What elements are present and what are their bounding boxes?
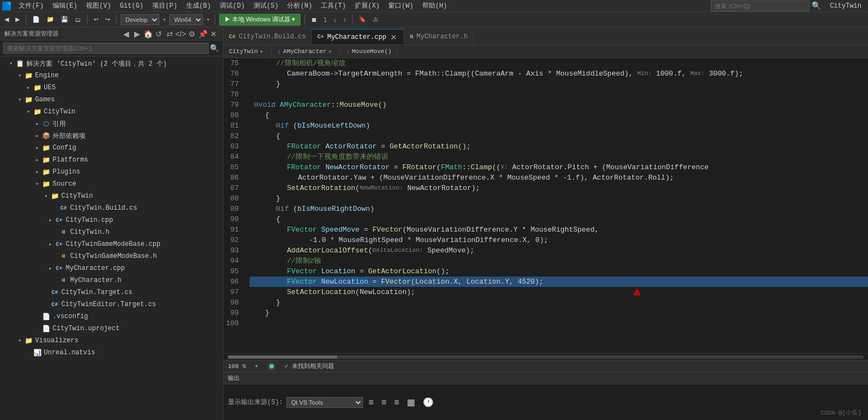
sidebar-sync[interactable]: ⇄	[165, 29, 175, 39]
menu-project[interactable]: 项目(P)	[148, 0, 182, 12]
gamemode-cpp-arrow[interactable]: ▸	[46, 241, 55, 248]
menu-test[interactable]: 测试(S)	[249, 0, 283, 12]
output-btn2[interactable]: ≡	[379, 396, 388, 409]
code-line-82[interactable]: {	[250, 131, 868, 141]
code-line-90[interactable]: {	[250, 214, 868, 225]
config-arrow[interactable]: ▸	[33, 145, 42, 151]
code-line-75[interactable]: //限制相机/视角缩放	[250, 58, 868, 68]
source-arrow[interactable]: ▾	[33, 181, 42, 187]
ue5-arrow[interactable]: ▸	[24, 84, 33, 91]
tree-citytwin-proj[interactable]: ▾ 📁 CityTwin	[0, 106, 223, 118]
menu-build[interactable]: 生成(B)	[182, 0, 216, 12]
sidebar-close[interactable]: ✕	[209, 29, 219, 39]
tree-gamemode-cpp[interactable]: ▸ C+ CityTwinGameModeBase.cpp	[0, 238, 223, 250]
code-line-95[interactable]: FVector Location = GetActorLocation();	[250, 266, 868, 277]
context-method[interactable]: ↓ MouseMove()	[341, 45, 398, 58]
tree-vsconfig[interactable]: ▸ 📄 .vsconfig	[0, 310, 223, 323]
menu-ext[interactable]: 扩展(X)	[350, 0, 384, 12]
tree-citytwin-h[interactable]: ▸ H CityTwin.h	[0, 226, 223, 238]
redo-btn[interactable]: ↪	[103, 14, 112, 26]
citytwin-src-arrow[interactable]: ▾	[42, 193, 50, 199]
mychar-cpp-tab-close[interactable]: ✕	[389, 33, 398, 42]
tree-citytwin-cpp[interactable]: ▸ C+ CityTwin.cpp	[0, 214, 223, 226]
code-line-93[interactable]: AddActorLocalOffset(DeltaLocation: Speed…	[250, 245, 868, 256]
tree-mychar-h[interactable]: ▸ H MyCharacter.h	[0, 274, 223, 286]
sidebar-nav-forward[interactable]: ▶	[132, 29, 142, 39]
global-search-input[interactable]	[711, 1, 809, 11]
tree-ue5[interactable]: ▸ 📁 UE5	[0, 82, 223, 94]
citytwin-proj-arrow[interactable]: ▾	[24, 108, 33, 115]
citytwin-cpp-arrow[interactable]: ▸	[46, 217, 55, 223]
menu-analyze[interactable]: 分析(N)	[283, 0, 317, 12]
sidebar-search-input[interactable]	[3, 43, 209, 54]
menu-debug[interactable]: 调试(D)	[215, 0, 249, 12]
code-line-88[interactable]: }	[250, 193, 868, 204]
tab-mychar-h[interactable]: H MyCharacter.h	[404, 29, 474, 44]
code-line-98[interactable]: }	[250, 297, 868, 308]
platforms-arrow[interactable]: ▸	[33, 157, 42, 163]
output-btn3[interactable]: ≡	[392, 396, 401, 409]
output-btn4[interactable]: ▦	[405, 396, 417, 409]
step-into-btn[interactable]: ↓	[331, 14, 339, 26]
tree-games[interactable]: ▾ 📁 Games	[0, 94, 223, 106]
open-btn[interactable]: 📁	[44, 14, 56, 26]
sidebar-settings[interactable]: ⚙	[187, 29, 197, 39]
menu-help[interactable]: 帮助(H)	[418, 0, 452, 12]
solution-root[interactable]: ▾ 📋 解决方案 'CityTwin' (2 个项目，共 2 个)	[0, 57, 223, 70]
sidebar-nav-back[interactable]: ◀	[121, 29, 131, 39]
tree-ref[interactable]: ▸ ⬡ 引用	[0, 118, 223, 130]
code-line-91[interactable]: FVector SpeedMove = FVector(MouseVariati…	[250, 225, 868, 235]
code-editor[interactable]: 7576777879808182838485868788899091929394…	[223, 58, 868, 353]
engine-arrow[interactable]: ▾	[15, 72, 24, 79]
save-all-btn[interactable]: 🗂	[73, 14, 83, 26]
code-line-100[interactable]	[250, 318, 868, 329]
tree-plugins[interactable]: ▸ 📁 Plugins	[0, 166, 223, 178]
forward-btn[interactable]: ▶	[13, 14, 22, 26]
stop-btn[interactable]: ⏹	[309, 14, 319, 26]
code-line-81[interactable]: ⊟if (bIsMouseLeftDown)	[250, 120, 868, 131]
extdep-arrow[interactable]: ▸	[33, 133, 42, 139]
tree-engine[interactable]: ▾ 📁 Engine	[0, 70, 223, 82]
tree-uproject[interactable]: ▸ 📄 CityTwin.uproject	[0, 323, 223, 335]
code-line-92[interactable]: -1.0 * MouseRightSpeed * MouseVariationD…	[250, 235, 868, 245]
next-err-btn[interactable]: ⚠	[371, 14, 381, 26]
run-btn[interactable]: ▶ 本地 Windows 调试器 ▾	[219, 14, 301, 26]
new-file-btn[interactable]: 📄	[30, 14, 42, 26]
code-line-84[interactable]: //限制一下视角度数带来的错误	[250, 152, 868, 162]
tree-build-cs[interactable]: ▸ C# CityTwin.Build.cs	[0, 202, 223, 214]
code-line-97[interactable]: SetActorLocation(NewLocation);	[250, 287, 868, 297]
code-line-83[interactable]: FRotator ActorRotator = GetActorRotation…	[250, 141, 868, 152]
tree-config[interactable]: ▸ 📁 Config	[0, 142, 223, 154]
code-line-96[interactable]: FVector NewLocation = FVector(Location.X…	[250, 277, 868, 287]
menu-window[interactable]: 窗口(W)	[384, 0, 418, 12]
sidebar-refresh[interactable]: ↺	[154, 29, 164, 39]
menu-git[interactable]: Git(G)	[116, 0, 148, 12]
ref-arrow[interactable]: ▸	[33, 120, 42, 127]
sidebar-code-view[interactable]: </>	[176, 29, 186, 39]
sidebar-home[interactable]: 🏠	[143, 29, 153, 39]
output-source-select[interactable]: Qt VS Tools	[286, 397, 363, 408]
menu-view[interactable]: 视图(V)	[82, 0, 116, 12]
context-project[interactable]: CityTwin ▸	[223, 45, 272, 58]
games-arrow[interactable]: ▾	[15, 96, 24, 103]
tree-source[interactable]: ▾ 📁 Source	[0, 178, 223, 190]
code-content[interactable]: //限制相机/视角缩放CameraBoom->TargetArmLength =…	[250, 58, 868, 353]
sidebar-search-btn[interactable]: 🔍	[209, 43, 220, 54]
code-line-76[interactable]: CameraBoom->TargetArmLength = FMath::Cla…	[250, 68, 868, 79]
code-line-79[interactable]: ⊟void AMyCharacter::MouseMove()	[250, 100, 868, 110]
tab-mychar-cpp[interactable]: C+ MyCharacter.cpp ✕	[312, 29, 404, 44]
tree-extdep[interactable]: ▸ 📦 外部依赖项	[0, 130, 223, 142]
output-btn5[interactable]: 🕐	[421, 396, 436, 409]
tree-target-cs[interactable]: ▸ C# CityTwin.Target.cs	[0, 286, 223, 298]
sidebar-pin[interactable]: 📌	[198, 29, 208, 39]
code-line-89[interactable]: ⊟if (bIsMouseRightDown)	[250, 204, 868, 214]
plugins-arrow[interactable]: ▸	[33, 169, 42, 175]
undo-btn[interactable]: ↩	[91, 14, 101, 26]
back-btn[interactable]: ◀	[2, 14, 11, 26]
mychar-cpp-arrow[interactable]: ▸	[46, 265, 55, 272]
step-over-btn[interactable]: ⤵	[321, 14, 329, 26]
output-btn1[interactable]: ≡	[366, 396, 376, 409]
bookmark-btn[interactable]: 🔖	[357, 14, 369, 26]
save-btn[interactable]: 💾	[59, 14, 71, 26]
step-out-btn[interactable]: ↑	[341, 14, 348, 26]
